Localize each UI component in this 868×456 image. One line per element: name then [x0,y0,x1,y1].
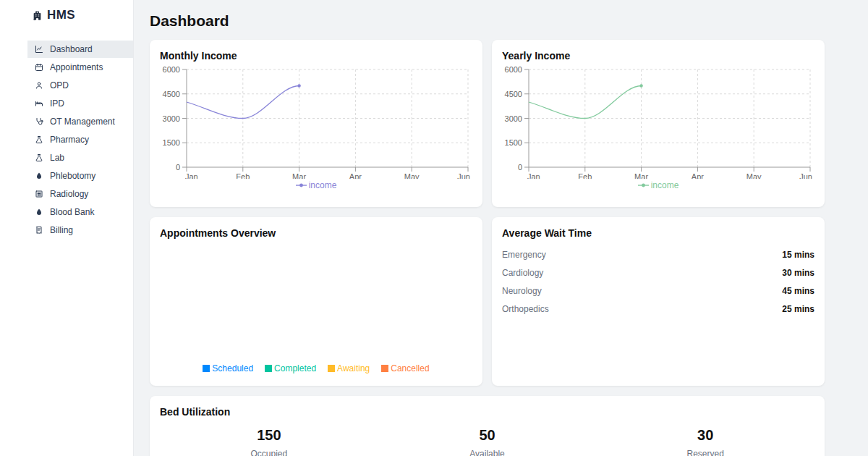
flask-icon [35,153,43,162]
bed-stat-value: 150 [160,427,378,444]
wait-time-value: 45 mins [782,286,814,296]
svg-text:0: 0 [518,163,522,172]
sidebar-item-label: Pharmacy [50,135,89,145]
svg-text:Jun: Jun [799,172,812,179]
bed-icon [35,99,43,108]
legend-swatch [381,365,388,372]
yearly-income-legend: income [502,180,814,191]
sidebar-item-dashboard[interactable]: Dashboard [27,41,133,58]
sidebar-item-label: IPD [50,98,64,109]
monthly-income-chart[interactable]: 01500300045006000JanFebMarAprMayJun [160,64,472,179]
svg-text:6000: 6000 [505,65,522,74]
sidebar-item-label: Lab [50,153,64,163]
svg-text:6000: 6000 [163,65,180,74]
sidebar-item-label: Blood Bank [50,207,94,217]
svg-text:3000: 3000 [163,114,180,123]
legend-label: income [651,180,679,190]
average-wait-time-title: Average Wait Time [502,227,814,239]
svg-text:Mar: Mar [634,172,648,179]
sidebar-item-ot-management[interactable]: OT Management [27,113,133,130]
flask-icon [35,135,43,144]
bed-utilization-card: Bed Utilization 150Occupied50Available30… [150,396,825,456]
monthly-income-title: Monthly Income [160,50,472,62]
sidebar-item-label: Phlebotomy [50,171,95,181]
yearly-income-title: Yearly Income [502,50,814,62]
sidebar-item-opd[interactable]: OPD [27,77,133,94]
sidebar-item-pharmacy[interactable]: Pharmacy [27,131,133,148]
wait-time-row: Emergency15 mins [502,245,814,263]
droplet-icon [35,172,43,180]
legend-item-scheduled[interactable]: Scheduled [203,363,253,373]
sidebar-item-label: OT Management [50,117,115,127]
legend-label: Completed [274,363,316,373]
department-label: Neurology [502,286,542,296]
legend-item-income[interactable]: income [638,180,679,190]
dashboard-icon [35,45,43,54]
sidebar-item-label: OPD [50,80,69,90]
sidebar-item-label: Billing [50,225,73,235]
sidebar-item-lab[interactable]: Lab [27,149,133,166]
sidebar-item-appointments[interactable]: Appointments [27,59,133,76]
main-content: Dashboard Monthly Income 015003000450060… [134,0,868,456]
svg-text:1500: 1500 [505,138,522,147]
legend-swatch [328,365,335,372]
average-wait-time-card: Average Wait Time Emergency15 minsCardio… [492,217,825,386]
legend-label: income [309,180,337,190]
svg-text:1500: 1500 [163,138,180,147]
bed-stat-available: 50Available [378,427,597,456]
sidebar-item-ipd[interactable]: IPD [27,95,133,112]
legend-item-awaiting[interactable]: Awaiting [328,363,370,373]
bed-stat-label: Reserved [596,449,814,456]
legend-swatch [203,365,210,372]
svg-text:4500: 4500 [163,90,180,98]
sidebar-item-label: Dashboard [50,44,93,54]
billing-icon [35,226,43,235]
monthly-income-card: Monthly Income 01500300045006000JanFebMa… [150,40,482,207]
svg-text:Apr: Apr [349,172,362,179]
appointments-overview-card: Appointments Overview ScheduledCompleted… [150,217,482,386]
bed-utilization-title: Bed Utilization [160,406,814,418]
svg-text:Apr: Apr [692,172,704,179]
svg-text:Jun: Jun [457,172,470,179]
legend-label: Cancelled [391,363,429,373]
wait-time-row: Neurology45 mins [502,282,814,300]
sidebar-item-label: Radiology [50,189,88,199]
sidebar-item-blood-bank[interactable]: Blood Bank [27,203,133,221]
wait-time-value: 25 mins [782,304,814,314]
wait-time-row: Cardiology30 mins [502,263,814,282]
wait-time-row: Orthopedics25 mins [502,300,814,318]
bed-stat-label: Available [378,449,597,456]
legend-item-income[interactable]: income [296,180,337,190]
appointments-overview-title: Appointments Overview [160,227,472,239]
appointments-legend: ScheduledCompletedAwaitingCancelled [160,363,472,376]
sidebar-item-phlebotomy[interactable]: Phlebotomy [27,167,133,185]
line-legend-icon [296,182,307,189]
bed-stats: 150Occupied50Available30Reserved [160,427,814,456]
svg-text:Mar: Mar [292,172,306,179]
sidebar-item-billing[interactable]: Billing [27,221,133,239]
legend-label: Awaiting [337,363,370,373]
svg-text:Jan: Jan [527,172,540,179]
wait-time-value: 30 mins [782,268,814,278]
wait-time-list: Emergency15 minsCardiology30 minsNeurolo… [502,245,814,318]
sidebar-item-label: Appointments [50,62,103,72]
legend-item-cancelled[interactable]: Cancelled [381,363,429,373]
svg-text:May: May [746,172,762,179]
legend-label: Scheduled [212,363,253,373]
dashboard-grid: Monthly Income 01500300045006000JanFebMa… [150,40,868,456]
legend-item-completed[interactable]: Completed [265,363,316,373]
svg-text:0: 0 [176,163,180,172]
yearly-income-chart[interactable]: 01500300045006000JanFebMarAprMayJun [502,64,814,179]
sidebar-item-radiology[interactable]: Radiology [27,185,133,203]
app-logo: HMS [0,0,133,30]
sidebar-nav: DashboardAppointmentsOPDIPDOT Management… [0,41,133,239]
svg-text:Feb: Feb [578,172,592,179]
bed-stat-value: 30 [596,427,814,444]
droplet-icon [35,208,43,216]
bed-stat-label: Occupied [160,449,378,456]
svg-text:Feb: Feb [236,172,250,179]
svg-text:3000: 3000 [505,114,522,123]
yearly-income-card: Yearly Income 01500300045006000JanFebMar… [492,40,825,207]
app-name: HMS [47,8,75,22]
sidebar: HMS DashboardAppointmentsOPDIPDOT Manage… [0,0,134,456]
